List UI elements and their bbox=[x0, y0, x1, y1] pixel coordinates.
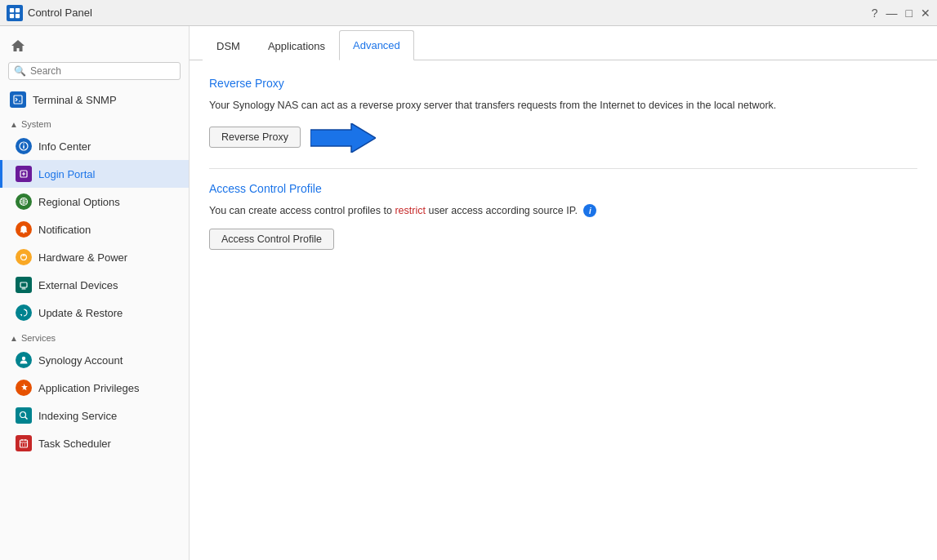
sidebar-item-login-portal[interactable]: Login Portal bbox=[0, 160, 189, 188]
svg-marker-14 bbox=[310, 123, 376, 153]
notification-icon bbox=[16, 221, 32, 238]
svg-rect-0 bbox=[10, 7, 14, 11]
sidebar-item-hardware-power[interactable]: Hardware & Power bbox=[0, 243, 189, 271]
search-icon: 🔍 bbox=[14, 65, 26, 77]
reverse-proxy-section: Reverse Proxy Your Synology NAS can act … bbox=[209, 77, 917, 155]
restrict-highlight: restrict bbox=[395, 205, 426, 216]
maximize-button[interactable]: □ bbox=[906, 7, 912, 20]
arrow-annotation bbox=[310, 123, 376, 155]
app-container: 🔍 Terminal & SNMP ▲ System bbox=[0, 26, 937, 560]
update-restore-icon bbox=[16, 304, 32, 321]
reverse-proxy-button[interactable]: Reverse Proxy bbox=[209, 127, 301, 148]
app-title: Control Panel bbox=[28, 7, 92, 19]
application-privileges-label: Application Privileges bbox=[38, 382, 140, 394]
app-icon bbox=[7, 5, 23, 21]
sidebar: 🔍 Terminal & SNMP ▲ System bbox=[0, 26, 190, 560]
sidebar-item-application-privileges[interactable]: Application Privileges bbox=[0, 374, 189, 402]
svg-rect-13 bbox=[20, 440, 28, 447]
services-section-label: Services bbox=[21, 333, 56, 343]
content-area: Reverse Proxy Your Synology NAS can act … bbox=[190, 60, 937, 560]
services-chevron: ▲ bbox=[10, 334, 18, 343]
terminal-snmp-label: Terminal & SNMP bbox=[33, 94, 117, 106]
application-privileges-icon bbox=[16, 380, 32, 396]
svg-point-11 bbox=[22, 357, 25, 360]
login-portal-icon bbox=[16, 166, 32, 182]
sidebar-item-update-restore[interactable]: Update & Restore bbox=[0, 299, 189, 327]
task-scheduler-label: Task Scheduler bbox=[38, 438, 111, 450]
home-button[interactable] bbox=[0, 33, 189, 59]
login-portal-label: Login Portal bbox=[38, 168, 95, 180]
main-content: DSM Applications Advanced Reverse Proxy … bbox=[190, 26, 937, 560]
update-restore-label: Update & Restore bbox=[38, 307, 123, 319]
search-box: 🔍 bbox=[8, 62, 181, 80]
title-bar-left: Control Panel bbox=[7, 5, 92, 21]
sidebar-item-info-center[interactable]: Info Center bbox=[0, 132, 189, 160]
window-controls: ? — □ ✕ bbox=[872, 7, 930, 20]
external-devices-label: External Devices bbox=[38, 279, 118, 291]
services-section-header: ▲ Services bbox=[0, 327, 189, 346]
divider-1 bbox=[209, 168, 917, 169]
regional-options-label: Regional Options bbox=[38, 196, 120, 208]
svg-point-6 bbox=[23, 143, 25, 144]
external-devices-icon bbox=[16, 277, 32, 293]
info-tooltip-icon[interactable]: i bbox=[583, 204, 596, 217]
hardware-power-label: Hardware & Power bbox=[38, 251, 127, 264]
tab-applications[interactable]: Applications bbox=[254, 31, 339, 60]
access-control-profile-section: Access Control Profile You can create ac… bbox=[209, 182, 917, 253]
sidebar-item-external-devices[interactable]: External Devices bbox=[0, 271, 189, 299]
info-center-label: Info Center bbox=[38, 140, 91, 153]
minimize-button[interactable]: — bbox=[886, 7, 898, 20]
svg-rect-2 bbox=[10, 13, 14, 17]
reverse-proxy-action-row: Reverse Proxy bbox=[209, 123, 917, 155]
system-chevron: ▲ bbox=[10, 120, 18, 129]
tab-advanced[interactable]: Advanced bbox=[339, 30, 414, 60]
svg-rect-4 bbox=[14, 96, 22, 104]
svg-rect-10 bbox=[20, 282, 27, 287]
close-button[interactable]: ✕ bbox=[921, 7, 930, 20]
sidebar-item-synology-account[interactable]: Synology Account bbox=[0, 346, 189, 374]
indexing-service-label: Indexing Service bbox=[38, 410, 117, 422]
hardware-power-icon bbox=[16, 249, 32, 265]
tab-dsm[interactable]: DSM bbox=[203, 31, 254, 60]
svg-rect-1 bbox=[16, 7, 20, 11]
svg-rect-3 bbox=[16, 13, 20, 17]
sidebar-item-regional-options[interactable]: Regional Options bbox=[0, 188, 189, 216]
title-bar: Control Panel ? — □ ✕ bbox=[0, 0, 937, 26]
sidebar-item-notification[interactable]: Notification bbox=[0, 216, 189, 243]
sidebar-item-indexing-service[interactable]: Indexing Service bbox=[0, 402, 189, 429]
sidebar-item-terminal-snmp[interactable]: Terminal & SNMP bbox=[0, 87, 189, 113]
tabs-bar: DSM Applications Advanced bbox=[190, 26, 937, 60]
home-icon bbox=[10, 38, 26, 54]
regional-options-icon bbox=[16, 193, 32, 210]
help-button[interactable]: ? bbox=[872, 7, 878, 20]
search-input[interactable] bbox=[30, 65, 175, 77]
indexing-service-icon bbox=[16, 407, 32, 424]
system-section-header: ▲ System bbox=[0, 113, 189, 132]
body-container: 🔍 Terminal & SNMP ▲ System bbox=[0, 26, 937, 560]
notification-label: Notification bbox=[38, 224, 91, 236]
synology-account-icon bbox=[16, 352, 32, 368]
access-control-profile-button[interactable]: Access Control Profile bbox=[209, 229, 334, 250]
sidebar-item-task-scheduler[interactable]: Task Scheduler bbox=[0, 429, 189, 457]
system-section-label: System bbox=[21, 119, 51, 129]
info-center-icon bbox=[16, 138, 32, 154]
reverse-proxy-title: Reverse Proxy bbox=[209, 77, 917, 90]
synology-account-label: Synology Account bbox=[38, 354, 123, 367]
access-control-profile-title: Access Control Profile bbox=[209, 182, 917, 195]
terminal-icon bbox=[10, 91, 26, 108]
svg-point-12 bbox=[20, 412, 26, 418]
access-control-profile-desc: You can create access control profiles t… bbox=[209, 203, 917, 219]
task-scheduler-icon bbox=[16, 435, 32, 451]
reverse-proxy-desc: Your Synology NAS can act as a reverse p… bbox=[209, 98, 917, 113]
